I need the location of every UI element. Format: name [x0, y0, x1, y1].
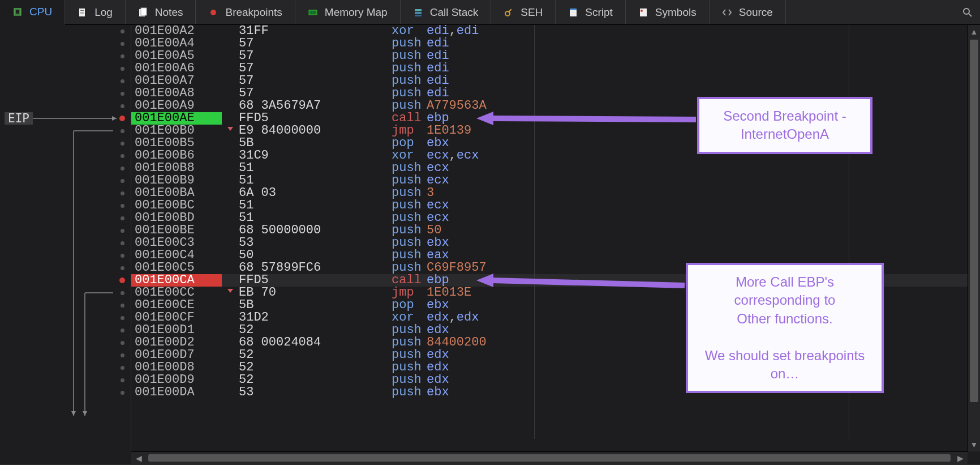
row-dot[interactable]: [117, 249, 127, 262]
address-cell: 001E00A6: [131, 62, 222, 75]
bytes-cell: 51: [222, 162, 392, 174]
disasm-row[interactable]: 001E00B951push ecx: [131, 174, 968, 187]
row-dot[interactable]: [117, 199, 127, 212]
bytes-cell: 68 57899FC6: [222, 262, 392, 274]
bytes-cell: 57: [222, 87, 392, 100]
mnemonic-cell: xor: [392, 150, 427, 162]
scroll-up-arrow[interactable]: ▲: [968, 26, 980, 37]
disasm-row[interactable]: 001E00BD51push ecx: [131, 212, 968, 224]
vertical-scrollbar[interactable]: ▲ ▼: [968, 25, 980, 451]
disasm-row[interactable]: 001E00A457push edi: [131, 37, 968, 50]
row-dot[interactable]: [117, 336, 127, 349]
address-cell: 001E00D9: [131, 374, 222, 386]
svg-rect-10: [310, 11, 311, 14]
mnemonic-cell: push: [392, 50, 427, 62]
tab-script[interactable]: Script: [556, 0, 626, 24]
row-dot[interactable]: [117, 62, 127, 75]
disasm-row[interactable]: 001E00A757push edi: [131, 75, 968, 87]
search-icon[interactable]: [955, 0, 980, 24]
row-dot[interactable]: [117, 299, 127, 312]
bytes-cell: 52: [222, 349, 392, 361]
bytes-cell: 5B: [222, 299, 392, 312]
disasm-row[interactable]: 001E00A231FFxor edi,edi: [131, 25, 968, 37]
scroll-thumb[interactable]: [148, 454, 951, 462]
scroll-thumb[interactable]: [970, 40, 978, 402]
row-dot[interactable]: [117, 212, 127, 224]
row-dot[interactable]: [117, 125, 127, 137]
breakpoint-dot[interactable]: [117, 274, 127, 287]
disasm-listing[interactable]: 001E00A231FFxor edi,edi001E00A457push ed…: [131, 25, 968, 451]
row-dot[interactable]: [117, 100, 127, 112]
tab-cpu[interactable]: CPU: [0, 0, 65, 25]
tab-label: SEH: [521, 6, 543, 19]
breakpoint-dot[interactable]: [117, 112, 127, 125]
address-cell: 001E00D1: [131, 324, 222, 336]
row-dot[interactable]: [117, 224, 127, 237]
address-cell: 001E00A7: [131, 75, 222, 87]
bytes-cell: 51: [222, 199, 392, 212]
disasm-row[interactable]: 001E00A657push edi: [131, 62, 968, 75]
bytes-cell: E9 84000000: [222, 125, 392, 137]
mnemonic-cell: push: [392, 75, 427, 87]
tab-notes[interactable]: Notes: [126, 0, 196, 24]
row-dot[interactable]: [117, 187, 127, 199]
script-icon: [568, 7, 578, 18]
tab-label: Script: [585, 6, 613, 19]
disasm-row[interactable]: 001E00BA6A 03push 3: [131, 187, 968, 199]
svg-point-21: [641, 10, 643, 12]
horizontal-scrollbar[interactable]: ◀ ▶: [131, 451, 968, 464]
address-cell: 001E00A9: [131, 100, 222, 112]
annotation-arrow-icon: [465, 107, 707, 131]
bytes-cell: 57: [222, 50, 392, 62]
breakpoint-column[interactable]: [117, 25, 127, 399]
cpu-icon: [12, 7, 23, 17]
mnemonic-cell: push: [392, 237, 427, 249]
symbols-icon: [638, 7, 648, 18]
tab-call-stack[interactable]: Call Stack: [401, 0, 492, 24]
row-dot[interactable]: [117, 174, 127, 187]
row-dot[interactable]: [117, 50, 127, 62]
address-cell: 001E00BC: [131, 199, 222, 212]
disasm-row[interactable]: 001E00BE68 50000000push 50: [131, 224, 968, 237]
row-dot[interactable]: [117, 324, 127, 336]
disasm-row[interactable]: 001E00C353push ebx: [131, 237, 968, 249]
row-dot[interactable]: [117, 25, 127, 37]
mnemonic-cell: call: [392, 112, 427, 125]
row-dot[interactable]: [117, 386, 127, 399]
row-dot[interactable]: [117, 75, 127, 87]
row-dot[interactable]: [117, 312, 127, 324]
row-dot[interactable]: [117, 287, 127, 299]
row-dot[interactable]: [117, 237, 127, 249]
operands-cell: edi: [427, 62, 968, 75]
column-separator[interactable]: [534, 25, 535, 439]
row-dot[interactable]: [117, 361, 127, 374]
row-dot[interactable]: [117, 374, 127, 386]
memory-icon: [308, 7, 318, 18]
row-dot[interactable]: [117, 37, 127, 50]
svg-rect-13: [415, 9, 422, 11]
disasm-row[interactable]: 001E00A557push edi: [131, 50, 968, 62]
disasm-row[interactable]: 001E00B851push ecx: [131, 162, 968, 174]
disasm-row[interactable]: 001E00C450push eax: [131, 249, 968, 262]
tab-symbols[interactable]: Symbols: [626, 0, 710, 24]
tab-log[interactable]: Log: [65, 0, 126, 24]
tab-memory-map[interactable]: Memory Map: [295, 0, 401, 24]
tab-seh[interactable]: SEH: [491, 0, 556, 24]
scroll-right-arrow[interactable]: ▶: [954, 452, 966, 464]
address-cell: 001E00D7: [131, 349, 222, 361]
svg-point-8: [210, 10, 216, 15]
address-cell: 001E00B5: [131, 137, 222, 150]
row-dot[interactable]: [117, 87, 127, 100]
row-dot[interactable]: [117, 137, 127, 150]
row-dot[interactable]: [117, 162, 127, 174]
row-dot[interactable]: [117, 262, 127, 274]
tab-label: CPU: [29, 6, 52, 18]
row-dot[interactable]: [117, 349, 127, 361]
scroll-left-arrow[interactable]: ◀: [132, 452, 145, 464]
bytes-cell: 68 50000000: [222, 224, 392, 237]
scroll-down-arrow[interactable]: ▼: [968, 439, 980, 450]
tab-source[interactable]: Source: [710, 0, 786, 24]
disasm-row[interactable]: 001E00BC51push ecx: [131, 199, 968, 212]
tab-breakpoints[interactable]: Breakpoints: [196, 0, 295, 24]
row-dot[interactable]: [117, 150, 127, 162]
